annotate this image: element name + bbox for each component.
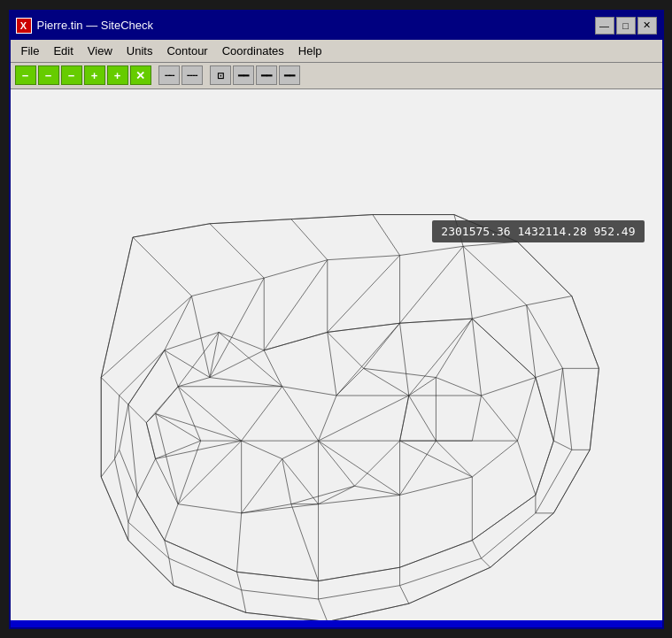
menu-edit[interactable]: Edit bbox=[46, 42, 80, 59]
zoom-plus-button[interactable]: + bbox=[84, 65, 105, 85]
zoom-plus2-button[interactable]: + bbox=[107, 65, 128, 85]
menu-coordinates[interactable]: Coordinates bbox=[215, 42, 291, 59]
view-btn-1[interactable]: ╌╌ bbox=[158, 65, 180, 85]
tin-visualization bbox=[11, 89, 662, 620]
menu-file[interactable]: File bbox=[14, 42, 47, 59]
status-bar bbox=[11, 620, 662, 627]
view-btn-3[interactable]: ⊡ bbox=[210, 65, 231, 85]
minimize-button[interactable]: — bbox=[595, 17, 614, 35]
title-bar: X Pierre.tin — SiteCheck — □ ✕ bbox=[11, 12, 662, 40]
menu-help[interactable]: Help bbox=[291, 42, 329, 59]
maximize-button[interactable]: □ bbox=[616, 17, 636, 35]
svg-line-15 bbox=[245, 612, 327, 620]
title-bar-left: X Pierre.tin — SiteCheck bbox=[16, 18, 154, 34]
title-buttons: — □ ✕ bbox=[595, 17, 657, 35]
view-btn-2[interactable]: ╌╌ bbox=[182, 65, 203, 85]
view-btn-4[interactable]: ━━ bbox=[233, 65, 254, 85]
view-btn-5[interactable]: ━━ bbox=[256, 65, 277, 85]
close-button[interactable]: ✕ bbox=[637, 17, 657, 35]
zoom-minus-button[interactable]: − bbox=[15, 65, 36, 85]
zoom-minus3-button[interactable]: − bbox=[61, 65, 82, 85]
menu-contour[interactable]: Contour bbox=[159, 42, 214, 59]
menubar: File Edit View Units Contour Coordinates… bbox=[11, 40, 662, 63]
view-btn-6[interactable]: ━━ bbox=[279, 65, 300, 85]
menu-view[interactable]: View bbox=[81, 42, 120, 59]
main-window: X Pierre.tin — SiteCheck — □ ✕ File Edit… bbox=[9, 10, 664, 629]
canvas-area[interactable]: 2301575.36 1432114.28 952.49 bbox=[11, 89, 662, 620]
menu-units[interactable]: Units bbox=[120, 42, 160, 59]
svg-rect-0 bbox=[11, 96, 662, 612]
window-title: Pierre.tin — SiteCheck bbox=[37, 19, 154, 32]
app-icon: X bbox=[16, 18, 32, 34]
toolbar: − − − + + ✕ ╌╌ ╌╌ ⊡ ━━ ━━ ━━ bbox=[11, 63, 662, 89]
zoom-minus2-button[interactable]: − bbox=[38, 65, 59, 85]
reset-button[interactable]: ✕ bbox=[130, 65, 151, 85]
